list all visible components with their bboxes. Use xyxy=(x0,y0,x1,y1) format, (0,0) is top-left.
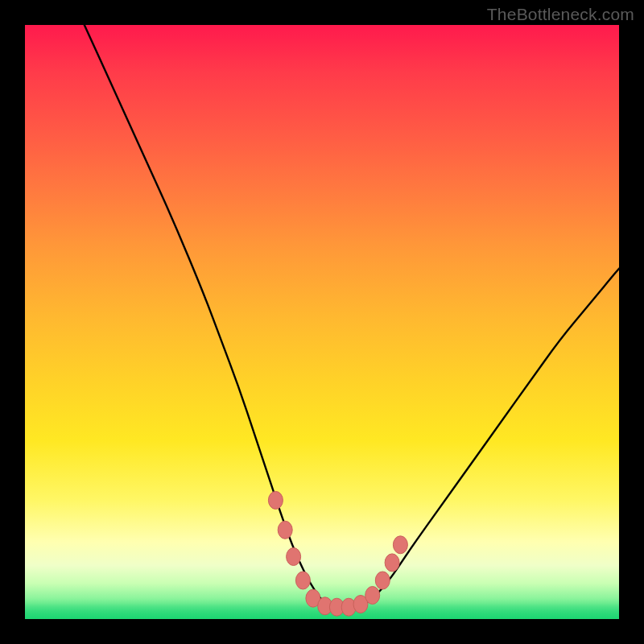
curve-markers xyxy=(268,491,407,616)
curve-marker xyxy=(393,536,407,554)
curve-marker xyxy=(295,572,310,589)
curve-marker xyxy=(385,554,399,572)
curve-marker xyxy=(287,548,301,566)
curve-marker xyxy=(268,491,283,509)
watermark-text: TheBottleneck.com xyxy=(487,5,634,24)
plot-area xyxy=(25,25,619,619)
curve-marker xyxy=(375,572,390,589)
curve-marker xyxy=(306,589,320,607)
curve-marker xyxy=(278,521,292,539)
chart-frame: TheBottleneck.com xyxy=(0,0,644,644)
curve-marker xyxy=(329,598,344,616)
curve-svg xyxy=(25,25,619,619)
curve-marker xyxy=(365,587,380,605)
green-band xyxy=(25,597,619,619)
curve-marker xyxy=(353,596,368,613)
curve-path xyxy=(85,25,619,607)
curve-marker xyxy=(341,598,356,616)
curve-marker xyxy=(318,597,332,615)
